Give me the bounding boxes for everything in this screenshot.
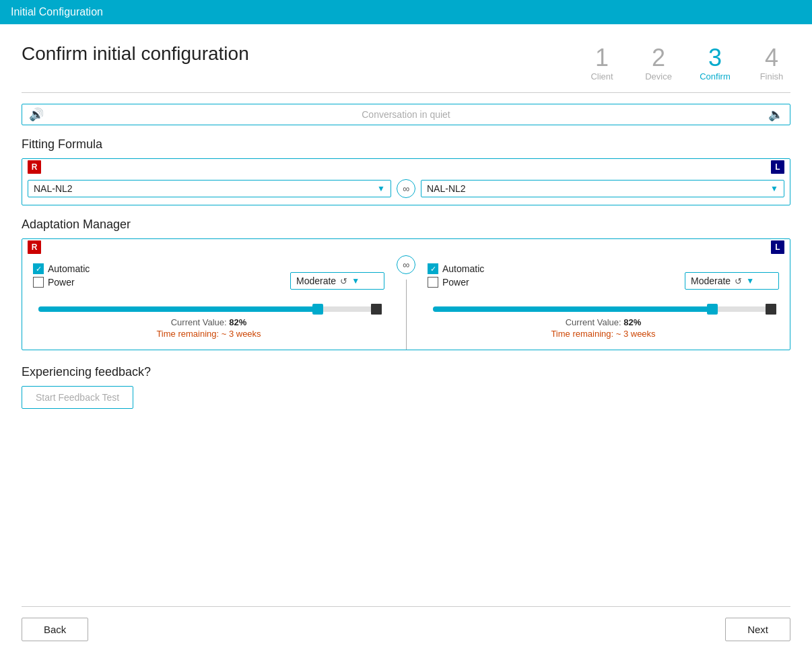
adaptation-header: R L: [22, 239, 790, 255]
title-bar: Initial Configuration: [0, 0, 812, 24]
left-slider-thumb[interactable]: [312, 304, 323, 315]
fitting-formula-header: R L: [22, 159, 790, 175]
left-time-remaining: Time remaining: ~ 3 weeks: [33, 329, 384, 339]
adaptation-left-badge: R: [28, 240, 41, 254]
power-left-checkbox[interactable]: Power: [33, 277, 90, 288]
top-section: Confirm initial configuration 1 Client 2…: [22, 40, 790, 82]
adaptation-link-icon[interactable]: ∞: [397, 255, 415, 274]
right-time-remaining: Time remaining: ~ 3 weeks: [428, 329, 779, 339]
automatic-right-label: Automatic: [442, 263, 484, 274]
adaptation-left-value-info: Current Value: 82%: [33, 317, 384, 327]
automatic-left-label: Automatic: [48, 263, 90, 274]
fitting-formula-panel: R L NAL-NL2 ▼ ∞ NAL-NL2 ▼: [22, 158, 790, 205]
moderate-right-value: Moderate: [691, 275, 731, 286]
conv-icon-right: 🔈: [768, 107, 783, 122]
right-slider-thumb[interactable]: [707, 304, 718, 315]
adaptation-center: ∞: [395, 255, 417, 350]
step-3: 3 Confirm: [696, 46, 734, 82]
power-right-checkbox[interactable]: Power: [428, 277, 484, 288]
moderate-left-select[interactable]: Moderate ↺ ▼: [290, 272, 384, 290]
automatic-right-checkbox[interactable]: ✓ Automatic: [428, 263, 484, 274]
main-content: Confirm initial configuration 1 Client 2…: [0, 24, 812, 652]
left-slider-track[interactable]: [38, 306, 379, 312]
feedback-section: Experiencing feedback? Start Feedback Te…: [22, 365, 790, 409]
conv-icon-left: 🔊: [29, 107, 44, 122]
adaptation-right-value-info: Current Value: 82%: [428, 317, 779, 327]
page-title: Confirm initial configuration: [22, 43, 249, 65]
step-3-label: Confirm: [700, 71, 731, 82]
adaptation-inner: ✓ Automatic Power Moderate ↺ ▼: [22, 255, 790, 350]
feedback-title: Experiencing feedback?: [22, 365, 790, 379]
adaptation-left-slider[interactable]: [33, 306, 384, 312]
step-2-number: 2: [652, 46, 665, 70]
fitting-left-value: NAL-NL2: [34, 183, 374, 194]
bottom-bar: Back Next: [22, 606, 790, 641]
adaptation-left-checkboxes: ✓ Automatic Power: [33, 263, 90, 288]
right-slider-fill: [433, 306, 712, 312]
adaptation-right-controls: ✓ Automatic Power Moderate ↺ ▼: [428, 263, 779, 298]
right-current-percent: 82%: [623, 317, 641, 327]
moderate-right-reset-icon: ↺: [735, 276, 742, 286]
automatic-right-box[interactable]: ✓: [428, 263, 438, 274]
step-2: 2 Device: [640, 46, 677, 82]
fitting-row: NAL-NL2 ▼ ∞ NAL-NL2 ▼: [22, 175, 790, 205]
adaptation-manager-panel: R L ✓ Automatic Power: [22, 238, 790, 350]
left-slider-end: [371, 304, 382, 315]
moderate-right-select[interactable]: Moderate ↺ ▼: [685, 272, 779, 290]
step-2-label: Device: [645, 71, 672, 82]
left-current-percent: 82%: [229, 317, 246, 327]
step-1-label: Client: [590, 71, 613, 82]
adaptation-right-side: ✓ Automatic Power Moderate ↺ ▼: [417, 255, 790, 350]
power-right-box[interactable]: [428, 277, 438, 288]
stepper: 1 Client 2 Device 3 Confirm 4 Finish: [583, 46, 790, 82]
fitting-formula-title: Fitting Formula: [22, 137, 790, 152]
power-right-label: Power: [442, 277, 469, 288]
moderate-left-value: Moderate: [296, 275, 336, 286]
adaptation-right-checkboxes: ✓ Automatic Power: [428, 263, 484, 288]
adaptation-right-slider[interactable]: [428, 306, 779, 312]
step-1: 1 Client: [583, 46, 621, 82]
left-slider-fill: [38, 306, 318, 312]
fitting-right-select[interactable]: NAL-NL2 ▼: [421, 180, 784, 197]
step-3-number: 3: [708, 46, 722, 70]
power-left-label: Power: [48, 277, 75, 288]
fitting-right-badge: L: [771, 160, 784, 174]
step-1-number: 1: [595, 46, 609, 70]
adaptation-center-divider: [406, 280, 407, 350]
conv-placeholder: Conversation in quiet: [49, 109, 763, 120]
start-feedback-button[interactable]: Start Feedback Test: [22, 386, 133, 409]
fitting-left-select[interactable]: NAL-NL2 ▼: [28, 180, 391, 197]
moderate-left-reset-icon: ↺: [340, 276, 347, 286]
adaptation-left-side: ✓ Automatic Power Moderate ↺ ▼: [22, 255, 395, 350]
next-button[interactable]: Next: [725, 618, 790, 641]
automatic-left-box[interactable]: ✓: [33, 263, 44, 274]
adaptation-manager-title: Adaptation Manager: [22, 218, 790, 232]
power-left-box[interactable]: [33, 277, 44, 288]
top-divider: [22, 92, 790, 93]
fitting-link-icon[interactable]: ∞: [397, 179, 415, 198]
right-current-label: Current Value:: [566, 317, 621, 327]
conversation-bar[interactable]: 🔊 Conversation in quiet 🔈: [22, 104, 790, 125]
fitting-right-arrow: ▼: [770, 184, 778, 193]
adaptation-right-badge: L: [771, 240, 784, 254]
step-4: 4 Finish: [753, 46, 790, 82]
fitting-left-badge: R: [28, 160, 41, 174]
automatic-left-checkbox[interactable]: ✓ Automatic: [33, 263, 90, 274]
adaptation-left-controls: ✓ Automatic Power Moderate ↺ ▼: [33, 263, 384, 298]
step-4-number: 4: [765, 46, 778, 70]
moderate-left-arrow: ▼: [351, 276, 360, 286]
back-button[interactable]: Back: [22, 618, 88, 641]
moderate-right-arrow: ▼: [746, 276, 754, 286]
right-slider-end: [766, 304, 776, 315]
title-bar-label: Initial Configuration: [11, 6, 103, 18]
left-current-label: Current Value:: [171, 317, 227, 327]
link-symbol: ∞: [403, 183, 409, 194]
fitting-right-value: NAL-NL2: [427, 183, 768, 194]
right-slider-track[interactable]: [433, 306, 774, 312]
step-4-label: Finish: [760, 71, 784, 82]
fitting-left-arrow: ▼: [377, 184, 385, 193]
adaptation-link-symbol: ∞: [403, 259, 409, 270]
